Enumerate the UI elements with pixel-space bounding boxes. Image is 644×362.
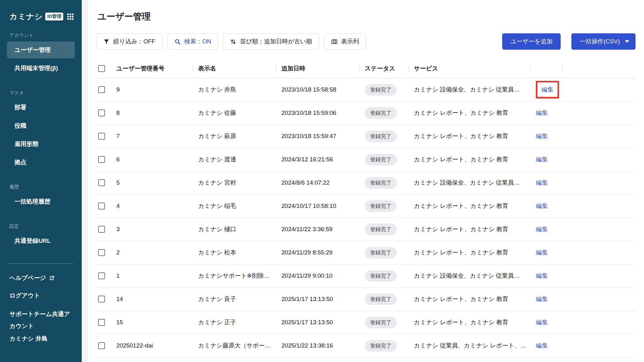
cell-blank bbox=[563, 171, 636, 194]
edit-link-box: 編集 bbox=[536, 109, 548, 117]
status-badge: 登録完了 bbox=[365, 84, 397, 96]
sidebar-item-department[interactable]: 部署 bbox=[7, 99, 75, 116]
status-badge: 登録完了 bbox=[365, 270, 397, 282]
cell-added-datetime: 2025/1/17 13:13:50 bbox=[276, 311, 360, 334]
edit-link[interactable]: 編集 bbox=[536, 155, 548, 164]
sidebar-item-position[interactable]: 役職 bbox=[7, 117, 75, 134]
display-columns-button-label: 表示列 bbox=[341, 37, 359, 46]
table-row: 1 カミナシサポート※削除… 2024/11/29 9:00:10 登録完了 カ… bbox=[96, 264, 636, 287]
row-checkbox[interactable] bbox=[98, 179, 105, 186]
bulk-operation-csv-button[interactable]: 一括操作(CSV) bbox=[571, 33, 636, 50]
cell-user-id: 4 bbox=[111, 194, 193, 218]
sidebar-item-user-management[interactable]: ユーザー管理 bbox=[7, 42, 75, 58]
row-checkbox[interactable] bbox=[98, 156, 105, 163]
status-badge: 登録完了 bbox=[365, 340, 397, 352]
row-checkbox[interactable] bbox=[98, 342, 105, 349]
edit-link[interactable]: 編集 bbox=[536, 202, 548, 210]
cell-blank bbox=[563, 287, 636, 311]
sidebar-item-location[interactable]: 拠点 bbox=[7, 154, 75, 171]
cell-added-datetime: 2024/11/22 3:36:59 bbox=[276, 218, 360, 241]
sidebar-item-shared-device[interactable]: 共用端末管理(β) bbox=[7, 60, 75, 77]
edit-link[interactable]: 編集 bbox=[536, 342, 548, 350]
sidebar: カミナシ ID管理 アカウント ユーザー管理 共用端末管理(β) マスタ 部署 … bbox=[0, 0, 82, 362]
edit-link-box: 編集 bbox=[536, 202, 548, 210]
sidebar-section-master: マスタ bbox=[0, 90, 82, 96]
apps-grid-icon[interactable] bbox=[67, 13, 74, 20]
cell-added-datetime: 2024/10/17 10:58:10 bbox=[276, 194, 360, 218]
cell-display-name: カミナシサポート※削除… bbox=[193, 264, 276, 287]
arrows-up-down-icon bbox=[230, 38, 236, 45]
table-row: 6 カミナシ 渡邊 2024/3/12 16:21:56 登録完了 カミナシ レ… bbox=[96, 148, 636, 171]
edit-link[interactable]: 編集 bbox=[536, 318, 548, 326]
status-badge: 登録完了 bbox=[365, 200, 397, 212]
row-checkbox[interactable] bbox=[98, 272, 105, 279]
edit-link[interactable]: 編集 bbox=[536, 179, 548, 187]
cell-status: 登録完了 bbox=[360, 241, 409, 264]
sidebar-item-logout[interactable]: ログアウト bbox=[0, 287, 82, 304]
cell-status: 登録完了 bbox=[360, 148, 409, 171]
sidebar-item-employment[interactable]: 雇用形態 bbox=[7, 136, 75, 153]
edit-link-box: 編集 bbox=[536, 225, 548, 233]
sidebar-scrollbar-gutter[interactable] bbox=[82, 0, 87, 362]
cell-user-id: 7 bbox=[111, 125, 193, 148]
cell-services: カミナシ レポート、カミナシ 教育 bbox=[409, 241, 531, 264]
select-all-checkbox[interactable] bbox=[98, 65, 105, 72]
cell-user-id: 20250122-dai bbox=[111, 334, 193, 357]
cell-user-id: 1 bbox=[111, 264, 193, 287]
row-checkbox[interactable] bbox=[98, 203, 105, 209]
display-columns-button[interactable]: 表示列 bbox=[324, 33, 366, 50]
status-badge: 登録完了 bbox=[365, 107, 397, 119]
edit-link-box: 編集 bbox=[536, 295, 548, 303]
cell-edit: 編集 bbox=[531, 218, 563, 241]
sidebar-item-help-page[interactable]: ヘルプページ bbox=[0, 269, 82, 287]
edit-link[interactable]: 編集 bbox=[536, 248, 548, 257]
cell-services: カミナシ レポート、カミナシ 教育 bbox=[409, 148, 531, 171]
cell-services: カミナシ レポート、カミナシ 教育 bbox=[409, 287, 531, 311]
cell-user-id: 2 bbox=[111, 241, 193, 264]
sidebar-item-common-url[interactable]: 共通登録URL bbox=[7, 232, 75, 249]
cell-blank bbox=[563, 78, 636, 101]
cell-display-name: カミナシ 宮村 bbox=[193, 171, 276, 194]
sidebar-divider bbox=[8, 263, 74, 264]
cell-status: 登録完了 bbox=[360, 218, 409, 241]
edit-link[interactable]: 編集 bbox=[541, 86, 553, 94]
row-checkbox[interactable] bbox=[98, 249, 105, 256]
cell-blank bbox=[563, 194, 636, 218]
row-checkbox[interactable] bbox=[98, 226, 105, 233]
table-row: 4 カミナシ 稲毛 2024/10/17 10:58:10 登録完了 カミナシ … bbox=[96, 194, 636, 218]
edit-link[interactable]: 編集 bbox=[536, 109, 548, 117]
edit-link[interactable]: 編集 bbox=[536, 225, 548, 233]
cell-display-name: カミナシ 稲毛 bbox=[193, 194, 276, 218]
sort-order-button[interactable]: 並び順：追加日時が古い順 bbox=[223, 33, 319, 50]
cell-display-name: カミナシ 渡邊 bbox=[193, 148, 276, 171]
filter-button[interactable]: 絞り込み：OFF bbox=[96, 33, 162, 50]
cell-user-id: 9 bbox=[111, 78, 193, 101]
search-button[interactable]: 検索：ON bbox=[167, 33, 218, 50]
cell-display-name: カミナシ 松本 bbox=[193, 241, 276, 264]
row-checkbox[interactable] bbox=[98, 133, 105, 140]
cell-blank bbox=[563, 218, 636, 241]
table-row: 14 カミナシ 良子 2025/1/17 13:13:50 登録完了 カミナシ … bbox=[96, 287, 636, 311]
edit-link[interactable]: 編集 bbox=[536, 272, 548, 280]
sidebar-item-bulk-history[interactable]: 一括処理履歴 bbox=[7, 193, 75, 210]
row-checkbox[interactable] bbox=[98, 86, 105, 93]
cell-user-id: 14 bbox=[111, 287, 193, 311]
header-display-name: 表示名 bbox=[193, 59, 276, 78]
row-checkbox[interactable] bbox=[98, 319, 105, 326]
row-checkbox[interactable] bbox=[98, 296, 105, 303]
external-link-icon bbox=[49, 275, 55, 281]
edit-link[interactable]: 編集 bbox=[536, 132, 548, 140]
user-table-wrap: ユーザー管理番号 表示名 追加日時 ステータス サービス 9 カミナシ 井島 2… bbox=[96, 59, 636, 358]
main-content: ユーザー管理 絞り込み：OFF 検索：ON 並び順：追加日時が bbox=[87, 0, 644, 362]
sidebar-section-account: アカウント bbox=[0, 32, 82, 38]
add-user-button[interactable]: ユーザーを追加 bbox=[502, 33, 561, 50]
cell-display-name: カミナシ 良子 bbox=[193, 287, 276, 311]
row-checkbox[interactable] bbox=[98, 109, 105, 116]
cell-display-name: カミナシ 井島 bbox=[193, 78, 276, 101]
status-badge: 登録完了 bbox=[365, 247, 397, 259]
sort-order-button-label: 並び順：追加日時が古い順 bbox=[240, 37, 312, 46]
cell-blank bbox=[563, 148, 636, 171]
cell-added-datetime: 2025/1/22 13:38:16 bbox=[276, 334, 360, 357]
edit-link[interactable]: 編集 bbox=[536, 295, 548, 303]
cell-services: カミナシ レポート、カミナシ 教育 bbox=[409, 101, 531, 125]
